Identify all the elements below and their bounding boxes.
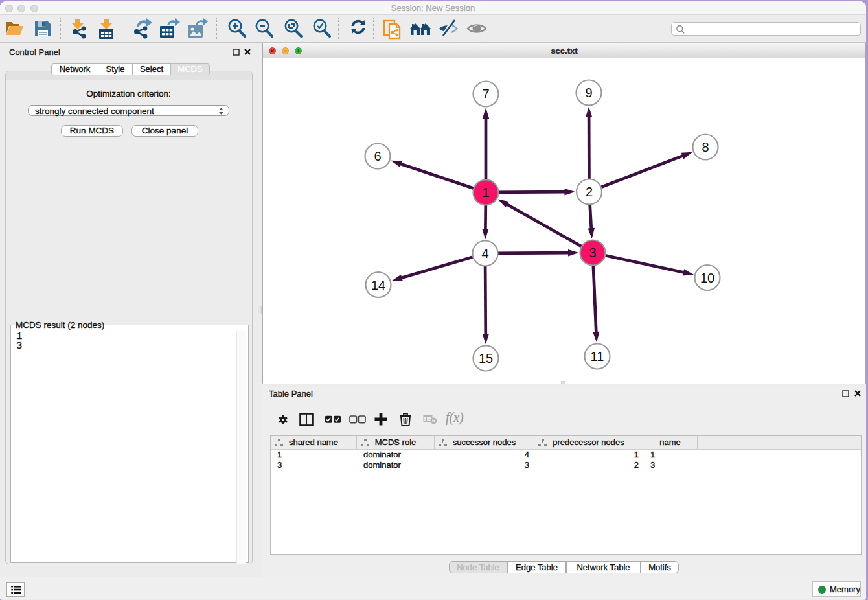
svg-text:14: 14	[371, 278, 385, 292]
svg-text:3: 3	[589, 246, 596, 260]
svg-text:8: 8	[702, 140, 709, 154]
svg-text:7: 7	[482, 87, 489, 101]
svg-text:4: 4	[481, 246, 488, 260]
svg-text:2: 2	[586, 185, 593, 199]
svg-text:11: 11	[591, 349, 604, 363]
svg-text:6: 6	[374, 149, 381, 163]
svg-text:15: 15	[479, 351, 493, 365]
svg-text:10: 10	[700, 271, 714, 285]
svg-text:9: 9	[585, 86, 592, 100]
svg-text:1: 1	[482, 185, 489, 200]
